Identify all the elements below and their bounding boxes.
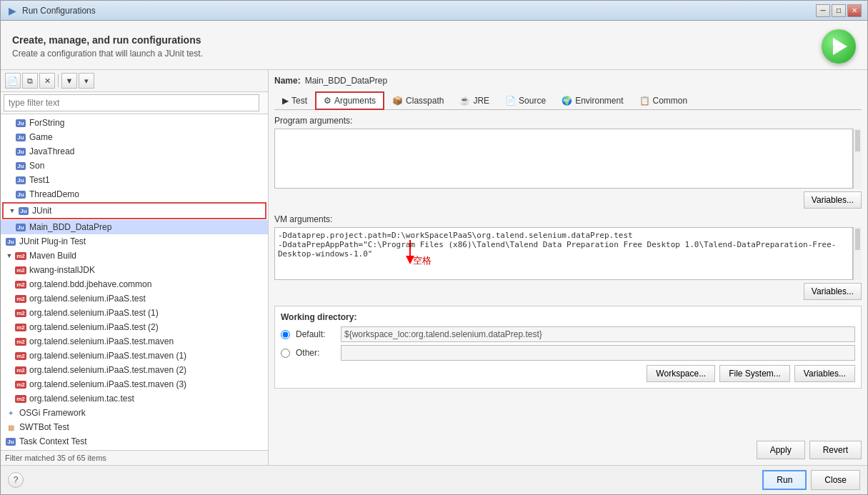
list-item[interactable]: m2 kwang-installJDK xyxy=(1,263,268,277)
tree-item-label: org.talend.selenium.tac.test xyxy=(29,394,134,404)
program-arguments-section: Program arguments: Variables... xyxy=(274,116,862,209)
name-value: Main_BDD_DataPrep xyxy=(305,76,387,86)
list-item[interactable]: m2 org.talend.selenium.iPaaS.test.maven … xyxy=(1,377,268,391)
working-directory-label: Working directory: xyxy=(281,312,855,322)
other-directory-input[interactable] xyxy=(341,345,855,361)
maximize-button[interactable]: □ xyxy=(832,4,846,17)
dir-variables-button[interactable]: Variables... xyxy=(794,365,855,382)
selected-config-item[interactable]: Ju Main_BDD_DataPrep xyxy=(1,220,268,234)
source-tab-icon: 📄 xyxy=(505,96,516,106)
tab-test[interactable]: ▶ Test xyxy=(274,91,315,109)
list-item[interactable]: m2 org.talend.selenium.iPaaS.test.maven … xyxy=(1,363,268,377)
program-args-scrollbar[interactable] xyxy=(853,129,862,189)
help-button[interactable]: ? xyxy=(8,472,24,488)
list-item[interactable]: m2 org.talend.selenium.iPaaS.test xyxy=(1,291,268,306)
tab-arguments[interactable]: ⚙ Arguments xyxy=(315,91,384,110)
filter-button[interactable]: ▼ xyxy=(61,73,77,89)
bottom-bar: ? Run Close xyxy=(1,465,867,494)
tab-source-label: Source xyxy=(519,96,546,106)
maven-folder[interactable]: ▼ m2 Maven Build xyxy=(1,249,268,263)
config-content: Program arguments: Variables... VM argum… xyxy=(274,116,862,435)
scrollbar-thumb xyxy=(855,130,860,151)
tree-area[interactable]: Ju ForString Ju Game Ju JavaThread Ju So… xyxy=(1,114,268,450)
tab-environment[interactable]: 🌍 Environment xyxy=(554,91,631,109)
tree-item-label: OSGi Framework xyxy=(19,408,86,418)
vm-arguments-input[interactable]: -Ddataprep.project.path=D:\workSpacelPaa… xyxy=(274,227,853,280)
environment-tab-icon: 🌍 xyxy=(562,96,572,106)
workspace-button[interactable]: Workspace... xyxy=(647,365,715,382)
duplicate-button[interactable]: ⧉ xyxy=(22,73,38,89)
run-triangle xyxy=(833,38,847,55)
list-item[interactable]: Ju JUnit Plug-in Test xyxy=(1,234,268,249)
tree-item-label: ThreadDemo xyxy=(29,189,79,199)
m2-icon: m2 xyxy=(15,350,26,361)
list-item[interactable]: Ju JavaThread xyxy=(1,144,268,159)
maven-folder-icon: m2 xyxy=(15,250,26,261)
tab-classpath[interactable]: 📦 Classpath xyxy=(384,91,452,109)
other-radio-label: Other: xyxy=(296,348,335,358)
minimize-button[interactable]: ─ xyxy=(816,4,830,17)
tree-item-label: org.talend.selenium.iPaaS.test.maven xyxy=(29,336,174,346)
list-item[interactable]: m2 org.talend.bdd.jbehave.common xyxy=(1,277,268,291)
list-item[interactable]: ✦ OSGi Framework xyxy=(1,406,268,420)
tree-item-label: org.talend.selenium.iPaaS.test.maven (1) xyxy=(29,351,186,361)
run-icon-button[interactable] xyxy=(822,29,856,64)
right-panel: Name: Main_BDD_DataPrep ▶ Test ⚙ Argumen… xyxy=(269,70,867,465)
close-dialog-button[interactable]: Close xyxy=(811,470,860,490)
list-item[interactable]: Ju ForString xyxy=(1,116,268,130)
list-item[interactable]: Ju Son xyxy=(1,159,268,173)
common-tab-icon: 📋 xyxy=(639,96,650,106)
main-content: 📄 ⧉ ✕ ▼ ▾ Ju ForString Ju xyxy=(1,70,867,465)
tree-item-label: Main_BDD_DataPrep xyxy=(29,222,111,232)
list-item[interactable]: m2 org.talend.selenium.iPaaS.test (1) xyxy=(1,306,268,320)
tree-item-label: org.talend.selenium.iPaaS.test xyxy=(29,294,146,304)
tab-source[interactable]: 📄 Source xyxy=(497,91,554,109)
list-item[interactable]: m2 org.talend.selenium.iPaaS.test (2) xyxy=(1,320,268,334)
default-directory-input xyxy=(341,326,855,342)
tab-common-label: Common xyxy=(653,96,688,106)
junit-item-icon: Ju xyxy=(15,160,26,171)
vm-args-scrollbar[interactable] xyxy=(853,227,862,280)
junit-folder[interactable]: ▼ Ju JUnit xyxy=(2,202,266,219)
left-panel: 📄 ⧉ ✕ ▼ ▾ Ju ForString Ju xyxy=(1,70,269,465)
list-item[interactable]: m2 org.talend.selenium.tac.test xyxy=(1,391,268,406)
revert-button[interactable]: Revert xyxy=(809,441,862,459)
tree-item-label: org.talend.selenium.iPaaS.test (1) xyxy=(29,308,159,318)
default-radio[interactable] xyxy=(281,330,290,339)
tree-item-label: kwang-installJDK xyxy=(29,265,95,275)
vm-variables-button[interactable]: Variables... xyxy=(804,283,862,300)
m2-icon: m2 xyxy=(15,279,26,290)
filter-input[interactable] xyxy=(4,94,259,111)
filter-area xyxy=(1,92,268,114)
program-arguments-input[interactable] xyxy=(274,129,853,189)
working-directory-section: Working directory: Default: Other: Works… xyxy=(274,306,862,389)
delete-button[interactable]: ✕ xyxy=(39,73,55,89)
more-button[interactable]: ▾ xyxy=(79,73,94,89)
list-item[interactable]: Ju Task Context Test xyxy=(1,434,268,449)
run-button[interactable]: Run xyxy=(762,470,807,490)
list-item[interactable]: Ju Test1 xyxy=(1,173,268,187)
list-item[interactable]: m2 org.talend.selenium.iPaaS.test.maven … xyxy=(1,349,268,363)
tab-jre[interactable]: ☕ JRE xyxy=(452,91,497,109)
tab-environment-label: Environment xyxy=(575,96,623,106)
tree-item-label: org.talend.bdd.jbehave.common xyxy=(29,279,151,289)
title-bar: ▶ Run Configurations ─ □ ✕ xyxy=(1,1,867,21)
left-toolbar: 📄 ⧉ ✕ ▼ ▾ xyxy=(1,70,268,92)
tab-common[interactable]: 📋 Common xyxy=(632,91,696,109)
apply-button[interactable]: Apply xyxy=(757,441,805,459)
list-item[interactable]: ▦ SWTBot Test xyxy=(1,420,268,434)
tree-item-label: JavaThread xyxy=(29,146,74,156)
file-system-button[interactable]: File System... xyxy=(719,365,790,382)
close-button[interactable]: ✕ xyxy=(847,4,862,17)
list-item[interactable]: Ju Game xyxy=(1,130,268,144)
program-variables-button[interactable]: Variables... xyxy=(804,191,862,209)
junit-plugin-icon: Ju xyxy=(5,236,16,247)
tree-item-label: Test1 xyxy=(29,175,50,185)
new-button[interactable]: 📄 xyxy=(5,73,21,89)
other-radio-row: Other: xyxy=(281,345,855,361)
vm-arguments-inner: -Ddataprep.project.path=D:\workSpacelPaa… xyxy=(274,227,862,280)
list-item[interactable]: Ju ThreadDemo xyxy=(1,187,268,201)
list-item[interactable]: m2 org.talend.selenium.iPaaS.test.maven xyxy=(1,334,268,349)
tree-item-label: Game xyxy=(29,132,53,142)
other-radio[interactable] xyxy=(281,349,290,358)
